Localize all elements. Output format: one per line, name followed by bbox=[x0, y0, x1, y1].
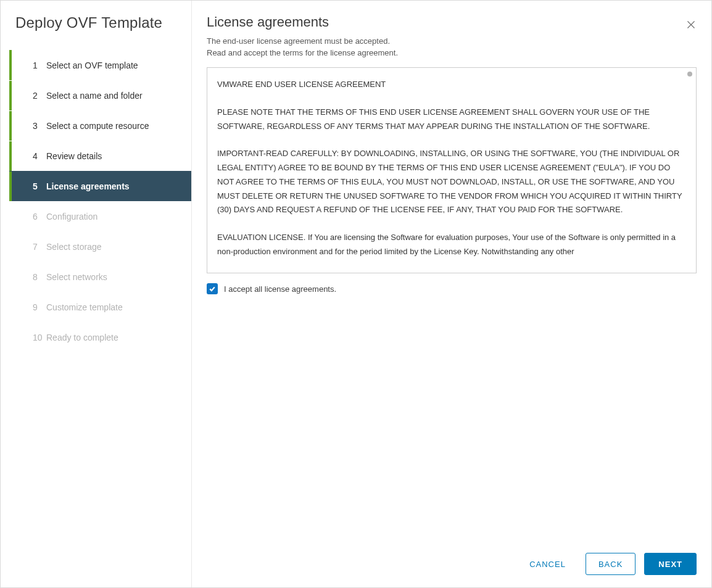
wizard-footer: CANCEL BACK NEXT bbox=[207, 540, 697, 575]
wizard-step-6: 6Configuration bbox=[9, 201, 191, 231]
cancel-button[interactable]: CANCEL bbox=[518, 553, 577, 575]
license-paragraph: EVALUATION LICENSE. If You are licensing… bbox=[217, 231, 686, 259]
step-number: 10 bbox=[33, 333, 46, 342]
page-subtext-2: Read and accept the terms for the licens… bbox=[207, 48, 398, 57]
wizard-main: License agreements The end-user license … bbox=[192, 1, 711, 587]
license-paragraph: IMPORTANT-READ CAREFULLY: BY DOWNLOADING… bbox=[217, 147, 686, 217]
step-number: 5 bbox=[33, 181, 46, 191]
wizard-step-2[interactable]: 2Select a name and folder bbox=[9, 80, 191, 110]
step-label: Ready to complete bbox=[46, 333, 118, 342]
step-number: 6 bbox=[33, 212, 46, 222]
step-label: License agreements bbox=[46, 181, 130, 191]
wizard-step-9: 9Customize template bbox=[9, 292, 191, 322]
back-button[interactable]: BACK bbox=[586, 553, 635, 575]
step-number: 1 bbox=[33, 60, 46, 70]
step-number: 8 bbox=[33, 272, 46, 282]
step-label: Customize template bbox=[46, 302, 123, 312]
wizard-steps: 1Select an OVF template2Select a name an… bbox=[1, 50, 191, 352]
step-number: 4 bbox=[33, 151, 46, 161]
scroll-indicator-icon bbox=[687, 72, 692, 77]
wizard-step-7: 7Select storage bbox=[9, 231, 191, 262]
license-paragraph: VMWARE END USER LICENSE AGREEMENT bbox=[217, 78, 686, 92]
deploy-ovf-dialog: Deploy OVF Template 1Select an OVF templ… bbox=[0, 0, 712, 588]
license-text-box[interactable]: VMWARE END USER LICENSE AGREEMENTPLEASE … bbox=[207, 67, 697, 273]
accept-row: I accept all license agreements. bbox=[207, 283, 697, 294]
main-header: License agreements The end-user license … bbox=[207, 14, 697, 60]
step-number: 3 bbox=[33, 121, 46, 131]
step-label: Select an OVF template bbox=[46, 60, 138, 70]
step-label: Select a name and folder bbox=[46, 91, 143, 101]
page-subtext-1: The end-user license agreement must be a… bbox=[207, 36, 398, 46]
step-label: Select networks bbox=[46, 272, 107, 282]
license-paragraph: PLEASE NOTE THAT THE TERMS OF THIS END U… bbox=[217, 106, 686, 134]
accept-label: I accept all license agreements. bbox=[224, 284, 336, 294]
step-label: Select storage bbox=[46, 242, 102, 252]
wizard-step-5[interactable]: 5License agreements bbox=[9, 171, 191, 201]
step-number: 9 bbox=[33, 302, 46, 312]
step-number: 7 bbox=[33, 242, 46, 252]
close-icon[interactable] bbox=[685, 19, 697, 30]
wizard-step-4[interactable]: 4Review details bbox=[9, 141, 191, 171]
wizard-title: Deploy OVF Template bbox=[1, 14, 191, 50]
step-label: Select a compute resource bbox=[46, 121, 149, 131]
wizard-sidebar: Deploy OVF Template 1Select an OVF templ… bbox=[1, 1, 192, 587]
wizard-step-1[interactable]: 1Select an OVF template bbox=[9, 50, 191, 80]
step-label: Review details bbox=[46, 151, 102, 161]
wizard-step-3[interactable]: 3Select a compute resource bbox=[9, 110, 191, 141]
step-label: Configuration bbox=[46, 212, 97, 222]
page-title: License agreements bbox=[207, 14, 398, 30]
next-button[interactable]: NEXT bbox=[644, 553, 697, 575]
accept-checkbox[interactable] bbox=[207, 283, 218, 294]
wizard-step-8: 8Select networks bbox=[9, 262, 191, 292]
step-number: 2 bbox=[33, 91, 46, 101]
wizard-step-10: 10Ready to complete bbox=[9, 322, 191, 352]
